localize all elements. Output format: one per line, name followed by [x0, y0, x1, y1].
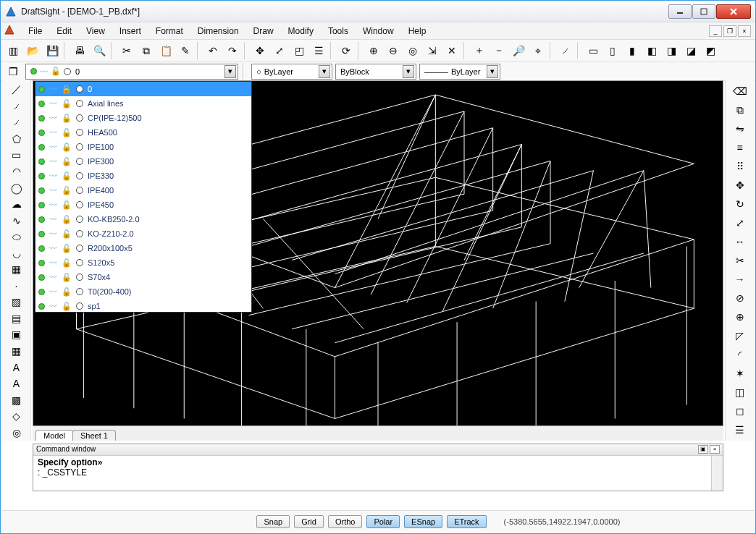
zoom-minus-button[interactable]: －: [490, 41, 508, 60]
extend-button[interactable]: →: [731, 271, 749, 288]
layer-item[interactable]: 〰🔓KO-KB250-2.0: [35, 212, 251, 226]
pan-button[interactable]: ✥: [251, 41, 269, 60]
mtext-button[interactable]: A: [8, 376, 25, 391]
join-button[interactable]: ⊕: [731, 308, 749, 326]
refresh-button[interactable]: ⟳: [337, 41, 356, 60]
layer-item[interactable]: 〰🔓CP(IPE-12)500: [35, 111, 251, 125]
menu-edit[interactable]: Edit: [49, 24, 79, 38]
menu-help[interactable]: Help: [401, 24, 434, 38]
layer-item[interactable]: 〰🔓S70x4: [35, 270, 251, 284]
boundary-button[interactable]: ◇: [8, 409, 25, 424]
scale-button[interactable]: ⤢: [731, 214, 749, 232]
chevron-down-icon[interactable]: ▾: [487, 65, 498, 78]
props-button[interactable]: ☰: [309, 41, 328, 60]
mirror-button[interactable]: ⇋: [731, 120, 749, 137]
array-button[interactable]: ⠿: [731, 158, 749, 175]
hatch-button[interactable]: ▨: [8, 294, 25, 310]
layer-dropdown-list[interactable]: 〰🔓0〰🔓Axial lines〰🔓CP(IPE-12)500〰🔓HEA500〰…: [35, 81, 252, 313]
point-button[interactable]: ·: [8, 279, 25, 294]
layer-manager-button[interactable]: ❒: [4, 62, 22, 81]
trim-button[interactable]: ✂: [731, 252, 749, 269]
close-button[interactable]: [716, 4, 751, 19]
close-panel-button[interactable]: ×: [710, 445, 720, 454]
xline-button[interactable]: ⟋: [8, 99, 25, 114]
view-front-button[interactable]: ▯: [603, 41, 622, 60]
zoom-plus-button[interactable]: ＋: [470, 41, 489, 60]
open-button[interactable]: 📂: [23, 41, 42, 60]
view-ortho-button[interactable]: ◩: [701, 41, 720, 60]
chamfer-button[interactable]: ◸: [731, 327, 749, 344]
copyobj-button[interactable]: ⧉: [731, 101, 749, 119]
copy-button[interactable]: ⧉: [137, 41, 156, 60]
view-top-button[interactable]: ▭: [584, 41, 602, 60]
spline-button[interactable]: ∿: [8, 213, 25, 228]
cut-button[interactable]: ✂: [117, 41, 136, 60]
layer-item[interactable]: 〰🔓IPE450: [35, 198, 251, 212]
rectangle-button[interactable]: ▭: [8, 148, 25, 163]
menu-window[interactable]: Window: [356, 24, 401, 38]
rotate-button[interactable]: ↻: [731, 195, 749, 213]
block-button[interactable]: ▦: [8, 262, 25, 277]
zoom-in-button[interactable]: ⊕: [364, 41, 383, 60]
minimize-button[interactable]: [668, 4, 692, 19]
maximize-button[interactable]: [692, 4, 715, 19]
layer-item[interactable]: 〰🔓T0(200-400): [35, 284, 251, 299]
donut-button[interactable]: ◎: [8, 425, 25, 440]
status-ortho-button[interactable]: Ortho: [328, 515, 363, 528]
gradient-button[interactable]: ▤: [8, 311, 25, 326]
zoom-extents-button[interactable]: ⤢: [270, 41, 289, 60]
arc-button[interactable]: ◠: [8, 164, 25, 179]
status-esnap-button[interactable]: ESnap: [404, 515, 442, 528]
paste-button[interactable]: 📋: [156, 41, 175, 60]
chevron-down-icon[interactable]: ▾: [403, 65, 414, 78]
erase-button[interactable]: ⌫: [731, 82, 749, 100]
polygon-button[interactable]: ⬠: [8, 132, 25, 147]
table-button[interactable]: ▦: [8, 344, 25, 359]
menu-modify[interactable]: Modify: [281, 24, 321, 38]
offset-button[interactable]: ≡: [731, 139, 749, 156]
boxselect-button[interactable]: ◫: [731, 383, 749, 401]
layer-item[interactable]: 〰🔓0: [35, 82, 251, 96]
scrollbar[interactable]: [711, 456, 723, 491]
break-button[interactable]: ⊘: [731, 289, 749, 307]
mdi-minimize-button[interactable]: _: [709, 25, 722, 37]
menu-format[interactable]: Format: [148, 24, 190, 38]
status-grid-button[interactable]: Grid: [294, 515, 324, 528]
zoom-range-button[interactable]: ⇲: [423, 41, 442, 60]
color-combo[interactable]: ○ ByLayer ▾: [251, 64, 332, 80]
mdi-close-button[interactable]: ×: [738, 25, 751, 37]
properties-button[interactable]: ☰: [731, 421, 749, 438]
layer-item[interactable]: 〰🔓IPE330: [35, 169, 251, 183]
mdi-restore-button[interactable]: ❐: [723, 25, 736, 37]
ellipse-button[interactable]: ⬭: [8, 229, 25, 245]
status-polar-button[interactable]: Polar: [366, 515, 400, 528]
menu-tools[interactable]: Tools: [321, 24, 356, 38]
stretch-button[interactable]: ↔: [731, 233, 749, 250]
explode-button[interactable]: ✶: [731, 365, 749, 382]
layer-item[interactable]: 〰🔓R200x100x5: [35, 241, 251, 255]
chevron-down-icon[interactable]: ▾: [224, 65, 236, 78]
new-button[interactable]: ▥: [4, 41, 22, 60]
menu-dimension[interactable]: Dimension: [190, 24, 246, 38]
lineweight-combo[interactable]: ——— ByLayer ▾: [419, 64, 500, 80]
zoom-all-button[interactable]: ◎: [403, 41, 422, 60]
layer-item[interactable]: 〰🔓IPE400: [35, 183, 251, 198]
layer-item[interactable]: 〰🔓IPE300: [35, 154, 251, 169]
view-3d-button[interactable]: ◪: [681, 41, 700, 60]
chevron-down-icon[interactable]: ▾: [319, 65, 330, 78]
zoom-button[interactable]: 🔍: [90, 41, 109, 60]
tab-sheet1[interactable]: Sheet 1: [72, 430, 116, 441]
zoom-x-button[interactable]: ✕: [442, 41, 461, 60]
measure-button[interactable]: ⟋: [556, 41, 575, 60]
layer-item[interactable]: 〰🔓KO-Z210-2.0: [35, 226, 251, 241]
status-snap-button[interactable]: Snap: [256, 515, 290, 528]
command-body[interactable]: Specify option» : _CSSTYLE: [33, 456, 723, 491]
fillet-button[interactable]: ◜: [731, 346, 749, 363]
view-side-button[interactable]: ▮: [623, 41, 642, 60]
zoom-window-button[interactable]: ◰: [290, 41, 308, 60]
pattern-button[interactable]: ▩: [8, 392, 25, 407]
text-button[interactable]: A: [8, 360, 25, 375]
find-button[interactable]: 🔎: [509, 41, 528, 60]
drawing-canvas[interactable]: 〰🔓0〰🔓Axial lines〰🔓CP(IPE-12)500〰🔓HEA500〰…: [33, 80, 723, 426]
menu-draw[interactable]: Draw: [246, 24, 281, 38]
